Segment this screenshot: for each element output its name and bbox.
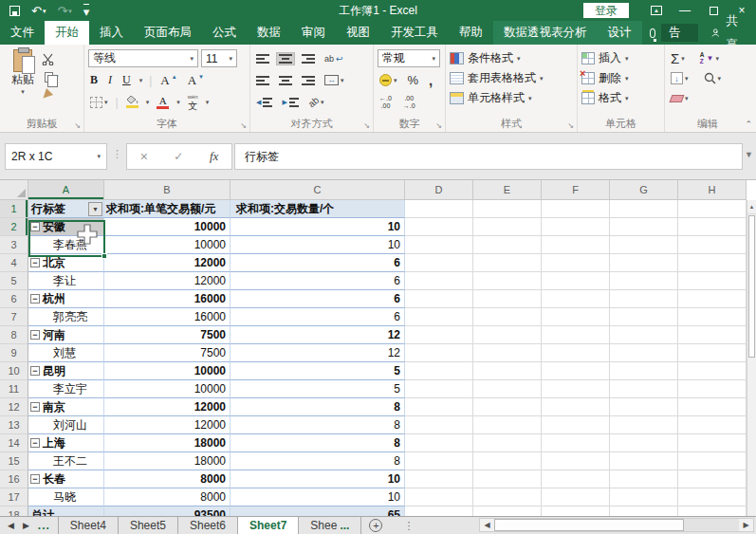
cell-E17[interactable] — [473, 488, 542, 506]
orientation-button[interactable]: ab▾ — [306, 96, 326, 108]
cell-G1[interactable] — [610, 200, 678, 218]
tab-数据[interactable]: 数据 — [247, 21, 291, 45]
cell-C12[interactable]: 8 — [230, 398, 405, 416]
cell-A1-row-labels[interactable]: 行标签▼ — [28, 200, 104, 218]
cell-H18[interactable] — [678, 506, 747, 516]
font-color-button[interactable]: A — [155, 95, 171, 110]
align-right-button[interactable] — [300, 75, 317, 86]
tab-开发工具[interactable]: 开发工具 — [380, 21, 449, 45]
cell-H16[interactable] — [678, 470, 747, 488]
cell-C5[interactable]: 6 — [230, 272, 405, 290]
cell-F6[interactable] — [542, 290, 610, 308]
row-header-18[interactable]: 18 — [0, 506, 28, 516]
cell-G4[interactable] — [610, 254, 678, 272]
decrease-decimal-button[interactable]: .00 →.0 — [401, 94, 417, 110]
phonetic-guide-button[interactable]: wén文 — [186, 93, 200, 111]
more-sheets-left-indicator[interactable]: ... — [38, 519, 50, 532]
cell-A12[interactable]: −南京 — [28, 398, 104, 416]
maximize-button[interactable] — [699, 0, 728, 21]
wrap-text-button[interactable]: ab↩ — [323, 53, 345, 64]
row-header-9[interactable]: 9 — [0, 344, 28, 362]
scroll-left-icon[interactable]: ◀ — [480, 519, 494, 531]
italic-button[interactable]: I — [106, 72, 114, 88]
cell-C16[interactable]: 10 — [230, 470, 405, 488]
cell-G16[interactable] — [610, 470, 678, 488]
cell-B16[interactable]: 8000 — [104, 470, 230, 488]
align-left-button[interactable] — [254, 75, 271, 86]
shrink-font-button[interactable]: A▼ — [186, 72, 206, 89]
align-center-button[interactable] — [277, 75, 294, 86]
column-header-B[interactable]: B — [104, 180, 230, 200]
cell-H15[interactable] — [678, 452, 747, 470]
cell-C8[interactable]: 12 — [230, 326, 405, 344]
tab-scrollbar-splitter[interactable]: ⋮ — [403, 520, 414, 532]
cell-D10[interactable] — [405, 362, 473, 380]
cell-G7[interactable] — [610, 308, 678, 326]
tab-插入[interactable]: 插入 — [89, 21, 134, 45]
cell-E14[interactable] — [473, 434, 542, 452]
cell-A4[interactable]: −北京 — [28, 254, 104, 272]
cell-C3[interactable]: 10 — [230, 236, 405, 254]
insert-cells-button[interactable]: 插入▾ — [581, 48, 660, 68]
cell-E16[interactable] — [473, 470, 542, 488]
underline-button[interactable]: U — [120, 72, 133, 88]
cell-E1[interactable] — [473, 200, 542, 218]
undo-icon[interactable]: ↶▾ — [31, 5, 46, 17]
cell-B9[interactable]: 7500 — [104, 344, 230, 362]
cell-F2[interactable] — [542, 218, 610, 236]
row-header-10[interactable]: 10 — [0, 362, 28, 380]
styles-dialog-launcher-icon[interactable]: ↘ — [567, 122, 574, 130]
cell-G9[interactable] — [610, 344, 678, 362]
cell-A2[interactable]: −安徽 — [28, 218, 104, 236]
tab-页面布局[interactable]: 页面布局 — [134, 21, 202, 45]
collapse-icon[interactable]: − — [30, 438, 40, 448]
column-header-C[interactable]: C — [230, 180, 405, 200]
row-header-17[interactable]: 17 — [0, 488, 28, 506]
sort-filter-button[interactable]: AZ▼▾ — [698, 51, 721, 65]
cell-C11[interactable]: 5 — [230, 380, 405, 398]
cell-D17[interactable] — [405, 488, 473, 506]
percent-style-button[interactable]: % — [406, 72, 421, 88]
cell-D9[interactable] — [405, 344, 473, 362]
name-box-splitter[interactable]: ⋮ — [112, 148, 122, 160]
cell-G8[interactable] — [610, 326, 678, 344]
cell-F4[interactable] — [542, 254, 610, 272]
cell-D11[interactable] — [405, 380, 473, 398]
row-header-1[interactable]: 1 — [0, 200, 28, 218]
cell-C9[interactable]: 12 — [230, 344, 405, 362]
row-header-12[interactable]: 12 — [0, 398, 28, 416]
clipboard-dialog-launcher-icon[interactable]: ↘ — [74, 122, 81, 130]
format-as-table-button[interactable]: 套用表格格式▾ — [450, 68, 573, 88]
collapse-icon[interactable]: − — [30, 330, 40, 340]
cell-E4[interactable] — [473, 254, 542, 272]
cell-G13[interactable] — [610, 416, 678, 434]
cell-C10[interactable]: 5 — [230, 362, 405, 380]
cell-F9[interactable] — [542, 344, 610, 362]
column-header-A[interactable]: A — [28, 180, 104, 200]
cell-F1[interactable] — [542, 200, 610, 218]
cell-A3[interactable]: 李春燕 — [28, 236, 104, 254]
cell-C4[interactable]: 6 — [230, 254, 405, 272]
font-name-select[interactable]: 等线▾ — [88, 49, 198, 67]
format-painter-button[interactable] — [42, 87, 59, 102]
expand-formula-bar-icon[interactable]: ▼ — [745, 150, 753, 159]
tab-公式[interactable]: 公式 — [202, 21, 247, 45]
cell-F12[interactable] — [542, 398, 610, 416]
tab-设计[interactable]: 设计 — [598, 21, 642, 45]
copy-button[interactable]: ▾ — [42, 69, 59, 84]
cell-G18[interactable] — [610, 506, 678, 516]
row-header-3[interactable]: 3 — [0, 236, 28, 254]
row-header-16[interactable]: 16 — [0, 470, 28, 488]
tell-me-label[interactable]: 告诉我 — [661, 24, 698, 42]
tab-审阅[interactable]: 审阅 — [291, 21, 336, 45]
cell-F3[interactable] — [542, 236, 610, 254]
align-middle-button[interactable] — [277, 53, 294, 64]
cell-H11[interactable] — [678, 380, 747, 398]
cell-B18[interactable]: 93500 — [104, 506, 230, 516]
sheet-tab-Shee[interactable]: Shee... — [299, 517, 361, 534]
fill-button[interactable]: ↓▾ — [669, 71, 691, 85]
cell-H13[interactable] — [678, 416, 747, 434]
tab-file[interactable]: 文件 — [0, 21, 45, 45]
increase-decimal-button[interactable]: ←.0 .00 — [378, 94, 394, 110]
accounting-format-button[interactable]: ▾ — [378, 73, 399, 87]
